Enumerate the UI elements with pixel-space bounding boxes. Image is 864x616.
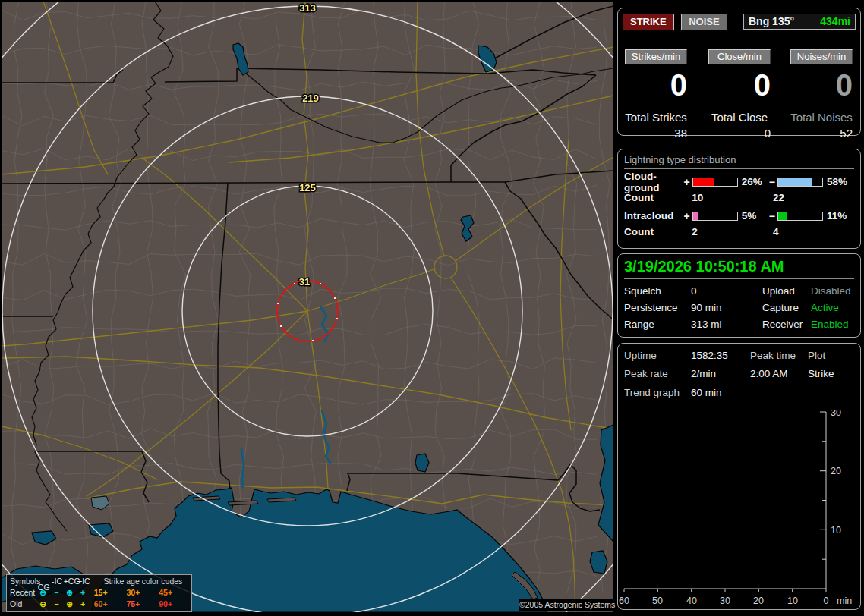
cg-negative-count: 22 — [773, 192, 854, 203]
intracloud-label: Intracloud — [624, 210, 683, 222]
status-grid: Squelch 0 Upload Disabled Persistence 90… — [624, 285, 854, 330]
neg-ic-recent-icon: − — [49, 587, 62, 599]
nexstorm-app: { "map": { "ring_labels": ["313", "219",… — [0, 0, 864, 616]
cg-positive-count: 10 — [692, 192, 773, 203]
x-tick-10: 10 — [787, 596, 798, 606]
neg-cg-old-icon: ⊖ — [36, 599, 49, 610]
total-noises-label: Total Noises — [790, 111, 853, 124]
trend-graph-value: 60 min — [691, 387, 722, 398]
pos-cg-old-icon: ⊕ — [63, 599, 76, 610]
noise-mode-button[interactable]: NOISE — [681, 14, 727, 30]
cg-negative-bar — [777, 178, 823, 187]
persistence-label: Persistence — [624, 302, 691, 313]
bearing-label: Bng 135° — [749, 15, 794, 27]
legend-header-row: Symbols -CG -IC +CG +IC Strike age color… — [10, 576, 191, 587]
strike-map[interactable]: 313 219 125 31 — [2, 2, 613, 612]
legend-age-header: Strike age color codes — [95, 576, 191, 587]
close-rate-value: 0 — [708, 70, 771, 100]
intracloud-row: Intracloud + 5% − 11% — [624, 210, 854, 222]
peak-time-value: 2:00 AM — [750, 368, 808, 379]
range-value: 313 mi — [691, 319, 762, 330]
total-noises-value: 52 — [790, 127, 853, 140]
peak-rate-value: 2/min — [691, 368, 750, 379]
ring-label-313: 313 — [299, 2, 316, 14]
cg-positive-pct: 26% — [738, 176, 769, 187]
minus-sign: − — [769, 210, 777, 222]
receiver-value: Enabled — [811, 319, 854, 330]
x-tick-50: 50 — [652, 596, 663, 606]
pos-cg-recent-icon: ⊕ — [63, 587, 76, 599]
legend-col-pos-cg: +CG — [64, 576, 77, 587]
ic-positive-pct: 5% — [738, 210, 769, 222]
legend-recent-row: Recent ⊖ − ⊕ + 15+ 30+ 45+ — [10, 587, 191, 599]
cg-negative-bar-fill — [778, 178, 812, 186]
trend-box: Uptime 1582:35 Peak time Plot Peak rate … — [617, 343, 861, 610]
plus-sign: + — [683, 210, 692, 222]
count-label: Count — [624, 226, 692, 237]
legend-old-label: Old — [10, 599, 36, 610]
trend-graph-row: Trend graph 60 min — [624, 387, 854, 398]
age-75: 75+ — [126, 599, 159, 610]
strikes-counter-column: Strikes/min 0 Total Strikes 38 — [625, 49, 687, 140]
x-tick-30: 30 — [720, 596, 730, 606]
noises-per-min-button[interactable]: Noises/min — [790, 49, 853, 64]
age-90: 90+ — [159, 599, 191, 610]
plus-sign: + — [683, 176, 692, 188]
peak-rate-label: Peak rate — [624, 368, 691, 379]
noises-counter-column: Noises/min 0 Total Noises 52 — [790, 49, 853, 140]
count-label: Count — [624, 192, 692, 203]
receiver-label: Receiver — [762, 319, 811, 330]
total-close-value: 0 — [708, 127, 771, 140]
age-15: 15+ — [94, 587, 127, 599]
age-30: 30+ — [126, 587, 159, 599]
ic-negative-bar-fill — [778, 212, 787, 220]
x-axis-unit: min — [837, 596, 852, 606]
uptime-value: 1582:35 — [691, 350, 750, 361]
ring-label-31: 31 — [299, 276, 310, 288]
capture-value: Active — [811, 302, 854, 313]
neg-ic-old-icon: − — [49, 599, 62, 610]
pos-ic-old-icon: + — [76, 599, 89, 610]
ring-label-125: 125 — [299, 182, 316, 193]
x-tick-40: 40 — [686, 596, 697, 606]
uptime-grid: Uptime 1582:35 Peak time Plot Peak rate … — [624, 350, 854, 379]
counters-box: STRIKE NOISE Bng 135° 434mi Strikes/min … — [617, 8, 861, 136]
bearing-distance: 434mi — [820, 15, 850, 27]
ic-positive-count: 2 — [692, 226, 773, 237]
strikes-rate-value: 0 — [625, 70, 687, 100]
total-strikes-label: Total Strikes — [625, 111, 687, 124]
strike-mode-button[interactable]: STRIKE — [623, 14, 674, 30]
ic-positive-bar — [692, 212, 738, 221]
y-tick-30: 30 — [831, 410, 841, 418]
y-tick-20: 20 — [831, 466, 841, 476]
cg-negative-pct: 58% — [823, 176, 854, 187]
cloud-ground-label: Cloud-ground — [624, 171, 683, 193]
ring-label-219: 219 — [302, 93, 319, 104]
cg-positive-bar — [692, 178, 738, 187]
close-per-min-button[interactable]: Close/min — [708, 49, 771, 64]
symbol-legend: Symbols -CG -IC +CG +IC Strike age color… — [6, 574, 192, 612]
trend-graph: 30 20 10 60 50 40 30 20 10 0 min — [618, 410, 859, 609]
cloud-ground-count-row: Count 10 22 — [624, 192, 854, 203]
total-close-label: Total Close — [708, 111, 771, 124]
legend-recent-label: Recent — [10, 587, 36, 599]
strikes-per-min-button[interactable]: Strikes/min — [625, 49, 687, 64]
upload-value: Disabled — [811, 285, 854, 297]
copyright-text: ©2005 Astrogenic Systems — [519, 599, 613, 611]
capture-label: Capture — [762, 302, 811, 313]
x-tick-0: 0 — [824, 596, 829, 606]
range-label: Range — [624, 319, 691, 330]
legend-col-pos-ic: +IC — [77, 576, 90, 587]
distribution-box: Lightning type distribution Cloud-ground… — [617, 149, 861, 249]
plot-value: Strike — [808, 368, 854, 379]
age-60: 60+ — [94, 599, 127, 610]
upload-label: Upload — [762, 285, 811, 297]
x-tick-20: 20 — [753, 596, 764, 606]
ic-negative-pct: 11% — [823, 210, 854, 222]
legend-col-neg-ic: -IC — [50, 576, 63, 587]
trend-graph-label: Trend graph — [624, 387, 691, 398]
distribution-title: Lightning type distribution — [624, 154, 854, 169]
cg-positive-bar-fill — [693, 178, 714, 186]
legend-symbols-header: Symbols — [10, 576, 37, 587]
close-counter-column: Close/min 0 Total Close 0 — [708, 49, 771, 140]
